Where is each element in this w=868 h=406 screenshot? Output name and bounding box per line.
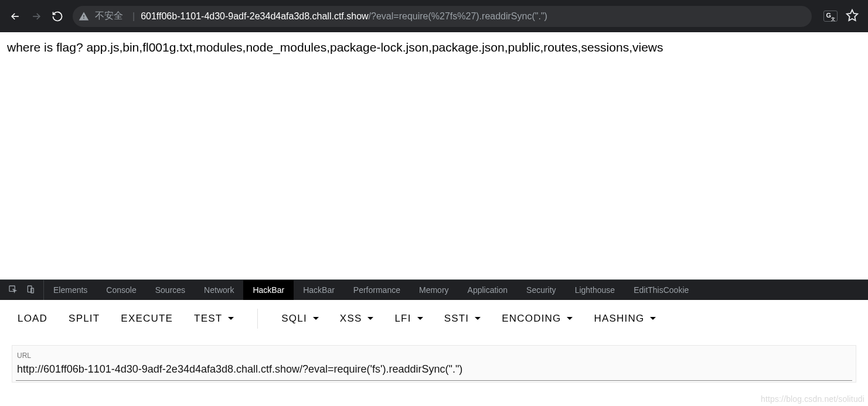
- tab-sources[interactable]: Sources: [146, 280, 195, 300]
- hackbar-url-label: URL: [16, 352, 852, 361]
- hackbar-sqli-dropdown[interactable]: SQLI: [281, 313, 319, 325]
- tab-application[interactable]: Application: [458, 280, 518, 300]
- hackbar-hashing-dropdown[interactable]: HASHING: [594, 313, 656, 325]
- tab-performance[interactable]: Performance: [344, 280, 410, 300]
- inspect-element-icon[interactable]: [8, 285, 18, 296]
- caret-down-icon: [367, 317, 373, 320]
- tab-memory[interactable]: Memory: [410, 280, 458, 300]
- address-bar[interactable]: 不安全 | 601ff06b-1101-4d30-9adf-2e34d4afa3…: [73, 6, 812, 27]
- hackbar-ssti-dropdown[interactable]: SSTI: [444, 313, 481, 325]
- page-body-text: where is flag? app.js,bin,fl001g.txt,mod…: [0, 32, 868, 63]
- url-path: /?eval=require(%27fs%27).readdirSync("."…: [369, 11, 547, 22]
- hackbar-test-dropdown[interactable]: TEST: [194, 313, 234, 325]
- hackbar-xss-dropdown[interactable]: XSS: [340, 313, 374, 325]
- bookmark-star-icon[interactable]: [846, 9, 859, 24]
- address-divider: |: [132, 11, 135, 22]
- insecure-warning-icon: [79, 11, 89, 22]
- devtools-panel: Elements Console Sources Network HackBar…: [0, 279, 868, 406]
- url-hostname: 601ff06b-1101-4d30-9adf-2e34d4afa3d8.cha…: [141, 11, 368, 22]
- hackbar-split-button[interactable]: SPLIT: [69, 313, 100, 325]
- tab-console[interactable]: Console: [97, 280, 145, 300]
- caret-down-icon: [417, 317, 423, 320]
- back-button[interactable]: [5, 6, 26, 27]
- hackbar-url-section: URL: [0, 337, 868, 406]
- hackbar-execute-button[interactable]: EXECUTE: [121, 313, 173, 325]
- hackbar-url-box: URL: [12, 345, 856, 383]
- hackbar-load-button[interactable]: LOAD: [18, 313, 47, 325]
- device-toggle-icon[interactable]: [26, 285, 35, 296]
- tab-lighthouse[interactable]: Lighthouse: [566, 280, 625, 300]
- caret-down-icon: [650, 317, 656, 320]
- caret-down-icon: [228, 317, 234, 320]
- hackbar-encoding-dropdown[interactable]: ENCODING: [502, 313, 573, 325]
- tab-hackbar-active[interactable]: HackBar: [243, 280, 294, 300]
- translate-icon[interactable]: G文: [823, 11, 838, 22]
- tab-elements[interactable]: Elements: [44, 280, 97, 300]
- hackbar-lfi-dropdown[interactable]: LFI: [394, 313, 423, 325]
- tab-network[interactable]: Network: [195, 280, 243, 300]
- reload-button[interactable]: [47, 6, 68, 27]
- toolbar-separator: [257, 309, 258, 329]
- hackbar-toolbar: LOAD SPLIT EXECUTE TEST SQLI XSS LFI SST…: [0, 300, 868, 337]
- forward-button[interactable]: [26, 6, 47, 27]
- devtools-tabstrip: Elements Console Sources Network HackBar…: [0, 280, 868, 300]
- tab-hackbar-2[interactable]: HackBar: [294, 280, 344, 300]
- caret-down-icon: [567, 317, 573, 320]
- hackbar-url-input[interactable]: [16, 361, 852, 381]
- browser-toolbar: 不安全 | 601ff06b-1101-4d30-9adf-2e34d4afa3…: [0, 0, 868, 32]
- caret-down-icon: [475, 317, 481, 320]
- tab-security[interactable]: Security: [517, 280, 566, 300]
- insecure-label: 不安全: [95, 10, 123, 22]
- toolbar-right-icons: G文: [816, 9, 863, 24]
- caret-down-icon: [313, 317, 319, 320]
- tab-editthiscookie[interactable]: EditThisCookie: [624, 280, 698, 300]
